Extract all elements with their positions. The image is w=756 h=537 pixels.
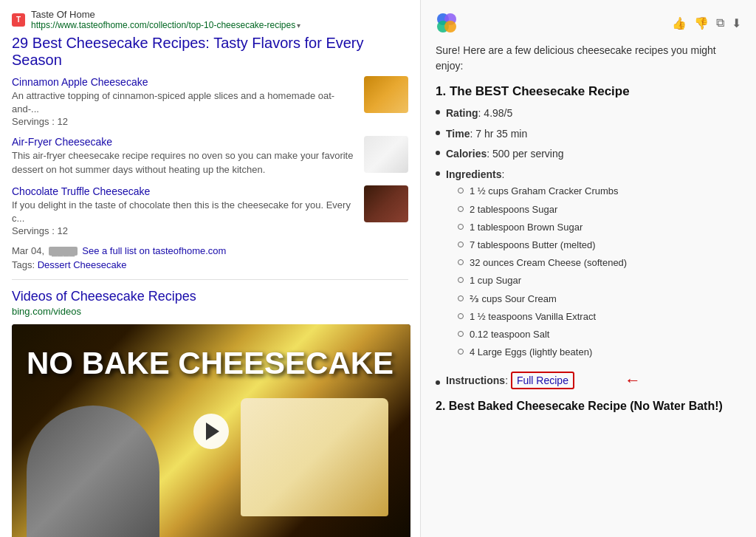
- recipe-row-airfryer: Air-Fryer Cheesecake This air-fryer chee…: [12, 136, 408, 176]
- bullet-dot-instructions: [436, 380, 440, 385]
- thumbs-up-icon[interactable]: 👍: [672, 16, 687, 30]
- thumb-chocolate-img: [364, 185, 408, 222]
- bullet-calories-text: Calories: 500 per serving: [446, 147, 564, 162]
- copilot-logo-icon: [436, 12, 458, 34]
- meta-row: Mar 04, ████ See a full list on tasteofh…: [12, 245, 408, 256]
- sub-circle-6: [458, 295, 464, 301]
- meta-redacted: ████: [49, 247, 78, 256]
- source-url: https://www.tasteofhome.com/collection/t…: [31, 20, 300, 30]
- video-text-overlay: NO BAKE CHEESECAKE: [27, 346, 394, 380]
- sub-circle-4: [458, 259, 464, 265]
- recipe-servings-chocolate: Servings : 12: [12, 225, 357, 236]
- recipe-section-cinnamon: Cinnamon Apple Cheesecake An attractive …: [12, 76, 408, 127]
- response-intro: Sure! Here are a few delicious cheesecak…: [436, 43, 741, 74]
- bullet-dot-rating: [436, 110, 440, 114]
- thumb-apple-img: [364, 76, 408, 113]
- video-play-button[interactable]: [193, 414, 229, 449]
- bullet-instructions: Instructions: Full Recipe ←: [436, 369, 741, 392]
- recipe-thumb-chocolate: [364, 185, 408, 222]
- ingredient-0: 1 ½ cups Graham Cracker Crumbs: [458, 185, 627, 198]
- rating-value: 4.98/5: [484, 107, 512, 119]
- recipe-servings-cinnamon: Servings : 12: [12, 116, 357, 127]
- recipe-link-airfryer[interactable]: Air-Fryer Cheesecake: [12, 136, 357, 148]
- ingredient-2: 1 tablespoon Brown Sugar: [458, 221, 627, 234]
- divider: [12, 279, 408, 280]
- recipe-link-chocolate[interactable]: Chocolate Truffle Cheesecake: [12, 185, 357, 197]
- recipe-row-cinnamon: Cinnamon Apple Cheesecake An attractive …: [12, 76, 408, 127]
- sub-circle-7: [458, 313, 464, 319]
- recipe-row-chocolate: Chocolate Truffle Cheesecake If you deli…: [12, 185, 408, 236]
- video-person-silhouette: [27, 406, 159, 537]
- red-arrow-icon: ←: [625, 369, 641, 392]
- tags-label: Tags:: [12, 259, 35, 270]
- bullet-ingredients-content: Ingredients: 1 ½ cups Graham Cracker Cru…: [446, 168, 627, 363]
- copilot-header: 👍 👎 ⧉ ⬇: [436, 12, 741, 34]
- video-cheesecake-image: [241, 398, 388, 516]
- time-value: 7 hr 35 min: [475, 128, 527, 140]
- sub-circle-2: [458, 224, 464, 230]
- bullet-rating-text: Rating: 4.98/5: [446, 106, 512, 121]
- right-panel: 👍 👎 ⧉ ⬇ Sure! Here are a few delicious c…: [421, 0, 756, 537]
- recipe1-heading: 1. The BEST Cheesecake Recipe: [436, 84, 741, 99]
- recipe-desc-chocolate: If you delight in the taste of chocolate…: [12, 199, 357, 225]
- sub-circle-9: [458, 349, 464, 355]
- left-panel: T Taste Of Home https://www.tasteofhome.…: [0, 0, 421, 537]
- thumb-airfryer-img: [364, 136, 408, 173]
- tags-row: Tags: Dessert Cheesecake: [12, 259, 408, 270]
- ingredient-9: 4 Large Eggs (lightly beaten): [458, 346, 627, 359]
- bullet-dot-time: [436, 131, 440, 135]
- svg-point-3: [444, 21, 456, 33]
- ingredient-5: 1 cup Sugar: [458, 274, 627, 287]
- videos-title[interactable]: Videos of Cheesecake Recipes: [12, 289, 408, 304]
- bullet-rating: Rating: 4.98/5: [436, 106, 741, 121]
- recipe-desc-cinnamon: An attractive topping of cinnamon-spiced…: [12, 89, 357, 116]
- source-favicon: T: [12, 13, 25, 27]
- recipe1-bullets: Rating: 4.98/5 Time: 7 hr 35 min Calorie…: [436, 106, 741, 392]
- source-name: Taste Of Home: [31, 9, 300, 20]
- calories-value: 500 per serving: [492, 148, 564, 160]
- recipe2-heading: 2. Best Baked Cheesecake Recipe (No Wate…: [436, 400, 741, 413]
- tag-dessert[interactable]: Dessert: [38, 259, 71, 270]
- sub-circle-3: [458, 242, 464, 247]
- ingredient-1: 2 tablespoons Sugar: [458, 203, 627, 216]
- meta-date: Mar 04,: [12, 245, 44, 256]
- full-recipe-link[interactable]: Full Recipe: [517, 374, 568, 386]
- instructions-label: Instructions: [446, 374, 505, 386]
- sub-circle-5: [458, 277, 464, 283]
- recipe-link-cinnamon[interactable]: Cinnamon Apple Cheesecake: [12, 76, 357, 88]
- tag-cheesecake[interactable]: Cheesecake: [73, 259, 126, 270]
- recipe-section-chocolate: Chocolate Truffle Cheesecake If you deli…: [12, 185, 408, 236]
- rating-label: Rating: [446, 107, 478, 119]
- ingredient-7: 1 ½ teaspoons Vanilla Extract: [458, 310, 627, 324]
- sub-circle-0: [458, 188, 464, 194]
- bullet-dot-ingredients: [436, 171, 440, 176]
- video-thumbnail[interactable]: NO BAKE CHEESECAKE: [12, 324, 410, 537]
- thumbs-down-icon[interactable]: 👎: [694, 16, 709, 30]
- source-header: T Taste Of Home https://www.tasteofhome.…: [12, 9, 408, 30]
- recipe-thumb-cinnamon: [364, 76, 408, 113]
- bullet-time: Time: 7 hr 35 min: [436, 127, 741, 142]
- main-search-title[interactable]: 29 Best Cheesecake Recipes: Tasty Flavor…: [12, 35, 408, 69]
- meta-full-list-link[interactable]: See a full list on tasteofhome.com: [82, 245, 226, 256]
- instructions-highlight-box: Full Recipe: [511, 372, 574, 389]
- bullet-instructions-content: Instructions: Full Recipe: [446, 374, 574, 389]
- sub-circle-1: [458, 206, 464, 212]
- recipe-desc-airfryer: This air-fryer cheesecake recipe require…: [12, 149, 357, 176]
- source-url-arrow-icon[interactable]: ▾: [297, 21, 300, 30]
- ingredient-6: ⅔ cups Sour Cream: [458, 293, 627, 306]
- ingredient-4: 32 ounces Cream Cheese (softened): [458, 256, 627, 270]
- play-triangle-icon: [206, 423, 219, 440]
- sub-circle-8: [458, 331, 464, 337]
- ingredient-8: 0.12 teaspoon Salt: [458, 328, 627, 341]
- download-icon[interactable]: ⬇: [732, 16, 741, 30]
- source-url-text: https://www.tasteofhome.com/collection/t…: [31, 20, 295, 30]
- time-label: Time: [446, 128, 470, 140]
- source-info: Taste Of Home https://www.tasteofhome.co…: [31, 9, 300, 30]
- bullet-dot-calories: [436, 151, 440, 155]
- copy-icon[interactable]: ⧉: [716, 16, 724, 30]
- copilot-actions: 👍 👎 ⧉ ⬇: [672, 16, 741, 30]
- recipe-section-airfryer: Air-Fryer Cheesecake This air-fryer chee…: [12, 136, 408, 176]
- calories-label: Calories: [446, 148, 487, 160]
- bullet-ingredients: Ingredients: 1 ½ cups Graham Cracker Cru…: [436, 168, 741, 363]
- ingredients-list: 1 ½ cups Graham Cracker Crumbs 2 tablesp…: [458, 185, 627, 359]
